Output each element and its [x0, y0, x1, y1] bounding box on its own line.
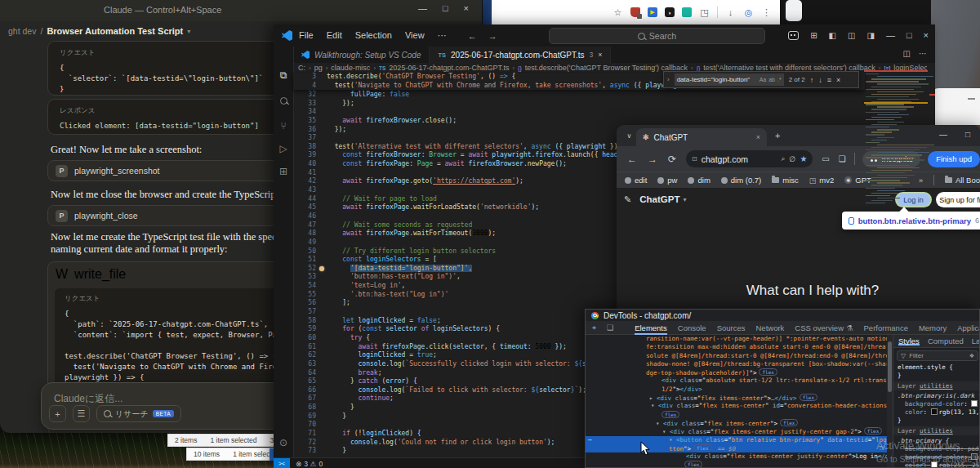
toggle-secondary-sidebar-icon[interactable]: ◨: [866, 31, 874, 40]
conversation-title[interactable]: Browser Automation Test Script: [47, 26, 183, 36]
source-control-icon[interactable]: ⑂: [274, 120, 293, 131]
close-button[interactable]: ×: [464, 4, 469, 13]
attach-button[interactable]: +: [49, 405, 66, 422]
chevron-down-icon[interactable]: ▾: [683, 196, 686, 203]
find-widget[interactable]: › data-testid="login-button" Aa ab .* 2 …: [663, 71, 859, 88]
breadcrumb-item[interactable]: pg: [314, 64, 323, 72]
address-bar[interactable]: ⊡ chatgpt.com ⌕ ∅ ★: [686, 150, 813, 167]
devtools-titlebar[interactable]: DevTools - chatgpt.com/: [586, 310, 980, 321]
dom-tree-row[interactable]: fe:transition max-md:hidden absolute sta…: [586, 343, 887, 351]
find-close-icon[interactable]: ×: [836, 76, 840, 84]
find-previous-icon[interactable]: ↑: [810, 76, 814, 84]
account-icon[interactable]: ⊙: [274, 437, 293, 448]
extensions-puzzle-icon[interactable]: ◳: [699, 7, 710, 18]
color-swatch[interactable]: [971, 453, 978, 460]
dom-tree-row[interactable]: ▾ <div class="flex items-center">flex: [586, 419, 887, 427]
dom-tree-row[interactable]: <div class="flex items-center justify-ce…: [586, 452, 887, 461]
bookmark-star-icon[interactable]: ★: [800, 154, 807, 163]
find-input[interactable]: data-testid="login-button" Aa ab .*: [675, 74, 784, 86]
tab-walkthrough[interactable]: Walkthrough: Setup VS Code: [293, 47, 430, 63]
tab-close-icon[interactable]: ×: [756, 133, 760, 141]
problems-indicator[interactable]: ⊗3 ⚠0: [296, 460, 323, 468]
save-extension-icon[interactable]: [682, 7, 692, 17]
devtools-tab-network[interactable]: Network: [755, 321, 784, 335]
toggle-sidebar-icon[interactable]: ◧: [829, 31, 836, 40]
remote-indicator[interactable]: ><: [274, 458, 290, 468]
devtools-tab-application[interactable]: Application: [957, 321, 980, 335]
finish-update-button[interactable]: Finish upd: [928, 151, 980, 167]
dom-tree-row[interactable]: dge-top-shadow-placeholder)]">flex: [586, 368, 887, 377]
split-editor-icon[interactable]: ◫: [903, 49, 911, 58]
flex-badge[interactable]: flex: [693, 444, 711, 452]
regex-icon[interactable]: .*: [777, 77, 782, 82]
inspect-element-icon[interactable]: ⌖: [592, 323, 596, 332]
minimap[interactable]: [864, 72, 928, 223]
all-bookmarks[interactable]: All Boo: [945, 176, 980, 185]
chatgpt-brand[interactable]: ChatGPT: [639, 194, 679, 204]
cast-icon[interactable]: ▭: [822, 154, 829, 163]
zoom-icon[interactable]: ⌕: [781, 154, 785, 163]
bookmark-item[interactable]: dim (0.7): [721, 176, 761, 185]
extensions-icon[interactable]: ⊞: [274, 166, 293, 177]
color-swatch[interactable]: [931, 461, 938, 468]
maximize-button[interactable]: □: [443, 4, 448, 13]
minimize-button[interactable]: —: [418, 4, 427, 13]
layers-icon[interactable]: ❖: [969, 353, 974, 359]
minimize-button[interactable]: —: [939, 130, 947, 139]
bookmark-item[interactable]: ◳mv2: [809, 176, 834, 185]
dom-tree-row[interactable]: ▸ <div class="flex items-center">…</div>…: [586, 394, 887, 402]
forward-icon[interactable]: →: [648, 154, 657, 165]
tab-close-icon[interactable]: ×: [598, 51, 602, 59]
scrollbar-thumb[interactable]: [786, 0, 802, 21]
browser-menu-icon[interactable]: ⋮: [761, 7, 772, 18]
customize-layout-icon[interactable]: ⊞: [810, 31, 817, 40]
search-icon[interactable]: [274, 96, 293, 107]
tab-chatgpt-ts[interactable]: TS 2025-06-17-chatgpt.com-ChatGPT.ts 3 ×: [430, 47, 611, 63]
bookmark-item[interactable]: dim: [688, 176, 710, 185]
menu-item-edit[interactable]: Edit: [327, 30, 342, 41]
copilot-icon[interactable]: [788, 31, 799, 40]
devtools-tab-performance[interactable]: Performance: [864, 321, 908, 335]
flex-badge[interactable]: flex: [780, 419, 798, 426]
adblock-extension-icon[interactable]: [630, 7, 640, 17]
bookmark-item[interactable]: edit: [625, 176, 647, 185]
bookmark-item[interactable]: misc: [772, 176, 799, 185]
devtools-tab-elements[interactable]: Elements: [635, 321, 667, 335]
new-chat-icon[interactable]: ✎: [624, 194, 631, 205]
scrollbar[interactable]: [887, 335, 893, 468]
command-search-box[interactable]: Search: [549, 28, 765, 44]
nav-back-icon[interactable]: ←: [468, 31, 477, 41]
dom-tree-row[interactable]: solute @[84rem]/thread:start-0 @[84rem]/…: [586, 352, 887, 360]
styles-tab-computed[interactable]: Computed: [928, 337, 964, 345]
dom-tree-row[interactable]: shadow-none! @[84rem]/thread:bg-transpar…: [586, 360, 887, 368]
dom-tree-row[interactable]: ⋯▾ <button class="btn relative btn-prima…: [586, 436, 887, 444]
editor-more-actions-icon[interactable]: ⋯: [919, 49, 927, 58]
video-extension-icon[interactable]: ▶: [648, 7, 657, 17]
styles-filter[interactable]: ▽ Filter ❖: [897, 350, 978, 361]
back-icon[interactable]: ←: [627, 154, 637, 165]
explorer-icon[interactable]: ⧉: [274, 69, 293, 81]
devtools-tab-console[interactable]: Console: [678, 321, 706, 335]
dom-tree-row[interactable]: flex: [586, 411, 887, 419]
dom-tree-row[interactable]: 1/2"></div>: [586, 386, 887, 394]
tune-button[interactable]: ☰: [73, 405, 90, 422]
reload-icon[interactable]: ⟳: [668, 154, 676, 165]
color-swatch[interactable]: [931, 408, 938, 415]
flex-badge[interactable]: flex: [864, 427, 882, 435]
breadcrumb-item[interactable]: claude-misc: [331, 64, 370, 72]
dom-tree-row[interactable]: flex: [586, 461, 887, 468]
nav-forward-icon[interactable]: →: [488, 31, 497, 41]
menu-item-file[interactable]: File: [299, 30, 314, 41]
flex-badge[interactable]: flex: [662, 411, 679, 418]
dom-tree-row[interactable]: ransition-name:var(--vt-page-header)] *:…: [586, 335, 887, 343]
styles-tab-layout[interactable]: Layout: [972, 337, 980, 345]
copy-icon[interactable]: ❐: [880, 444, 884, 452]
darkreader-extension-icon[interactable]: ◗: [665, 7, 675, 17]
claude-titlebar[interactable]: [0, 0, 482, 21]
scrollbar-thumb[interactable]: [888, 341, 892, 392]
breadcrumb-item[interactable]: C:: [298, 64, 305, 72]
bookmark-star-icon[interactable]: ☆: [612, 7, 623, 18]
flex-badge[interactable]: flex: [684, 461, 702, 468]
vscode-titlebar[interactable]: FileEditSelectionView⋯ ← → Search ⊞ ◧ ◫ …: [274, 25, 935, 47]
research-button[interactable]: リサーチ BETA: [96, 405, 181, 422]
